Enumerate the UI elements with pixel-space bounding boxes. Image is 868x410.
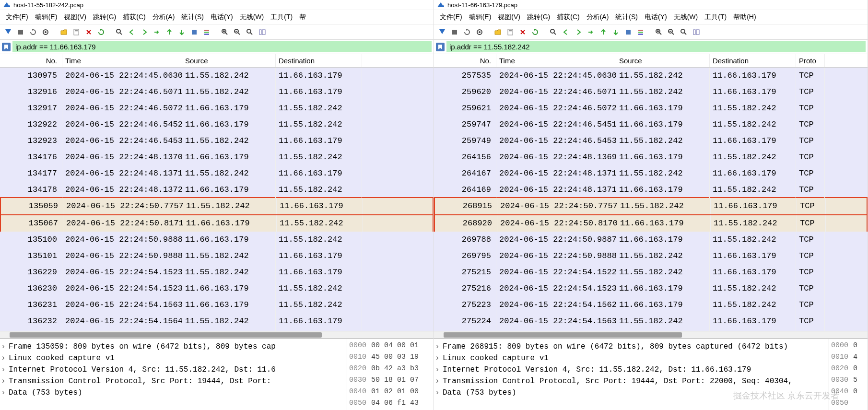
prev-icon[interactable] xyxy=(561,27,571,37)
menu-capture[interactable]: 捕获(C) xyxy=(555,12,581,23)
menu-telephony[interactable]: 电话(Y) xyxy=(643,12,669,23)
menu-view[interactable]: 视图(V) xyxy=(496,12,522,23)
menu-help[interactable]: 帮助(H) xyxy=(731,12,758,23)
goto-icon[interactable] xyxy=(152,27,162,37)
prev-icon[interactable] xyxy=(127,27,137,37)
menu-edit[interactable]: 编辑(E) xyxy=(33,12,59,23)
packet-row[interactable]: 2752152024-06-15 22:24:54.15229011.55.18… xyxy=(434,264,868,281)
last-icon[interactable] xyxy=(610,27,621,37)
packet-row[interactable]: 1309752024-06-15 22:24:45.06309311.55.18… xyxy=(0,68,434,84)
find-icon[interactable] xyxy=(114,27,125,37)
zoom-reset-icon[interactable] xyxy=(245,27,255,37)
stop-capture-icon[interactable] xyxy=(15,27,26,37)
horizontal-scrollbar[interactable] xyxy=(0,331,434,338)
colorize-icon[interactable] xyxy=(635,27,646,37)
options-icon[interactable] xyxy=(474,27,485,37)
close-icon[interactable] xyxy=(517,27,528,37)
tree-node[interactable]: ›Transmission Control Protocol, Src Port… xyxy=(435,375,828,387)
packet-row[interactable]: 2596212024-06-15 22:24:46.50720211.66.16… xyxy=(434,100,868,117)
packet-row[interactable]: 2575352024-06-15 22:24:45.06307411.55.18… xyxy=(434,68,868,84)
goto-icon[interactable] xyxy=(586,27,596,37)
hex-view[interactable]: 000000 04 00 01001045 00 03 1900200b 42 … xyxy=(347,339,434,410)
column-destination[interactable]: Destination xyxy=(276,54,362,67)
stop-capture-icon[interactable] xyxy=(449,27,460,37)
menu-analyze[interactable]: 分析(A) xyxy=(585,12,611,23)
column-protocol[interactable]: Proto xyxy=(796,54,825,67)
packet-row[interactable]: 1350672024-06-15 22:24:50.81714911.66.16… xyxy=(0,214,434,233)
packet-row[interactable]: 1362292024-06-15 22:24:54.15230111.55.18… xyxy=(0,264,434,281)
find-icon[interactable] xyxy=(548,27,559,37)
packet-row[interactable]: 1362322024-06-15 22:24:54.15641111.55.18… xyxy=(0,313,434,329)
packet-row[interactable]: 1341762024-06-15 22:24:48.13704711.66.16… xyxy=(0,149,434,165)
reload-icon[interactable] xyxy=(530,27,540,37)
autoscroll-icon[interactable] xyxy=(189,27,199,37)
zoom-reset-icon[interactable] xyxy=(679,27,689,37)
tree-node[interactable]: ›Frame 268915: 809 bytes on wire (6472 b… xyxy=(435,341,828,352)
menu-file[interactable]: 文件(E) xyxy=(438,12,464,23)
display-filter-input[interactable] xyxy=(12,41,432,52)
menu-file[interactable]: 文件(E) xyxy=(4,12,30,23)
zoom-in-icon[interactable] xyxy=(220,27,230,37)
menu-wireless[interactable]: 无线(W) xyxy=(238,12,266,23)
column-no[interactable]: No. xyxy=(0,54,62,67)
packet-row[interactable]: 2752162024-06-15 22:24:54.15230711.66.16… xyxy=(434,281,868,297)
restart-capture-icon[interactable] xyxy=(28,27,38,37)
packet-row[interactable]: 1329232024-06-15 22:24:46.54531811.55.18… xyxy=(0,133,434,149)
menu-wireless[interactable]: 无线(W) xyxy=(672,12,700,23)
packet-row[interactable]: 1362302024-06-15 22:24:54.15239011.66.16… xyxy=(0,281,434,297)
packet-row[interactable]: 1329222024-06-15 22:24:46.54528411.66.16… xyxy=(0,117,434,133)
column-time[interactable]: Time xyxy=(62,54,182,67)
packet-row[interactable]: 2597492024-06-15 22:24:46.54530411.55.18… xyxy=(434,133,868,149)
menu-view[interactable]: 视图(V) xyxy=(62,12,88,23)
tree-node[interactable]: ›Internet Protocol Version 4, Src: 11.55… xyxy=(1,364,346,375)
save-icon[interactable] xyxy=(71,27,82,37)
packet-row[interactable]: 2641692024-06-15 22:24:48.13718211.66.16… xyxy=(434,182,868,198)
menu-statistics[interactable]: 统计(S) xyxy=(613,12,640,23)
next-icon[interactable] xyxy=(139,27,150,37)
packet-list[interactable]: 1309752024-06-15 22:24:45.06309311.55.18… xyxy=(0,68,434,331)
packet-row[interactable]: 1350592024-06-15 22:24:50.77573011.55.18… xyxy=(0,197,434,215)
display-filter-input[interactable] xyxy=(446,41,866,52)
packet-row[interactable]: 2697882024-06-15 22:24:50.98877611.66.16… xyxy=(434,232,868,248)
packet-row[interactable]: 1351012024-06-15 22:24:50.98889611.55.18… xyxy=(0,248,434,264)
column-source[interactable]: Source xyxy=(616,54,710,67)
menu-statistics[interactable]: 统计(S) xyxy=(179,12,206,23)
start-capture-icon[interactable] xyxy=(3,27,13,37)
tree-node[interactable]: ›Data (753 bytes) xyxy=(1,387,346,398)
open-icon[interactable] xyxy=(59,27,69,37)
column-time[interactable]: Time xyxy=(496,54,616,67)
packet-row[interactable]: 1351002024-06-15 22:24:50.98886711.66.16… xyxy=(0,232,434,248)
restart-capture-icon[interactable] xyxy=(462,27,472,37)
first-icon[interactable] xyxy=(598,27,609,37)
autoscroll-icon[interactable] xyxy=(623,27,633,37)
packet-list[interactable]: 2575352024-06-15 22:24:45.06307411.55.18… xyxy=(434,68,868,331)
menu-go[interactable]: 跳转(G) xyxy=(91,12,118,23)
menu-go[interactable]: 跳转(G) xyxy=(525,12,552,23)
tree-node[interactable]: ›Linux cooked capture v1 xyxy=(1,352,346,364)
packet-row[interactable]: 2641562024-06-15 22:24:48.13695911.66.16… xyxy=(434,149,868,165)
column-source[interactable]: Source xyxy=(182,54,276,67)
tree-node[interactable]: ›Internet Protocol Version 4, Src: 11.55… xyxy=(435,364,828,375)
open-icon[interactable] xyxy=(493,27,503,37)
filter-bookmark-icon[interactable] xyxy=(436,43,445,51)
packet-tree[interactable]: ›Frame 135059: 809 bytes on wire (6472 b… xyxy=(0,339,347,410)
zoom-out-icon[interactable] xyxy=(666,27,677,37)
menu-telephony[interactable]: 电话(Y) xyxy=(209,12,235,23)
first-icon[interactable] xyxy=(164,27,175,37)
packet-row[interactable]: 2689152024-06-15 22:24:50.77572311.55.18… xyxy=(434,197,868,215)
tree-node[interactable]: ›Transmission Control Protocol, Src Port… xyxy=(1,375,346,387)
packet-row[interactable]: 2697952024-06-15 22:24:50.98887711.55.18… xyxy=(434,248,868,264)
resize-columns-icon[interactable] xyxy=(257,27,268,37)
packet-row[interactable]: 2689202024-06-15 22:24:50.81706311.66.16… xyxy=(434,214,868,233)
menu-tools[interactable]: 工具(T) xyxy=(703,12,728,23)
menu-edit[interactable]: 编辑(E) xyxy=(467,12,493,23)
next-icon[interactable] xyxy=(573,27,584,37)
column-destination[interactable]: Destination xyxy=(710,54,796,67)
filter-bookmark-icon[interactable] xyxy=(2,43,11,51)
reload-icon[interactable] xyxy=(96,27,106,37)
tree-node[interactable]: ›Linux cooked capture v1 xyxy=(435,352,828,364)
packet-row[interactable]: 1329172024-06-15 22:24:46.50729211.66.16… xyxy=(0,100,434,117)
start-capture-icon[interactable] xyxy=(437,27,447,37)
packet-tree[interactable]: ›Frame 268915: 809 bytes on wire (6472 b… xyxy=(434,339,829,410)
packet-row[interactable]: 1362312024-06-15 22:24:54.15638211.66.16… xyxy=(0,297,434,313)
